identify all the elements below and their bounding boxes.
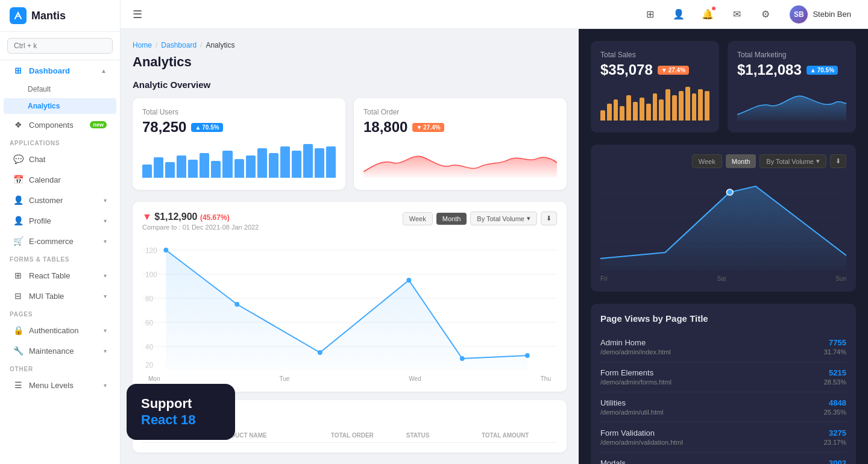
sidebar-maintenance-label: Maintenance (29, 346, 74, 356)
col-status: STATUS (406, 432, 482, 439)
section-pages-label: Pages (0, 306, 120, 320)
section-apps-label: Applications (0, 135, 120, 149)
income-line-chart: 120 100 80 60 40 20 (142, 238, 557, 371)
bar (200, 153, 209, 178)
pv-count-2: 4848 (824, 398, 846, 407)
settings-icon[interactable]: ⚙ (756, 5, 775, 24)
bar (269, 153, 278, 178)
dark-week-button[interactable]: Week (692, 154, 722, 168)
apps-icon[interactable]: ⊞ (640, 5, 659, 24)
dark-download-button[interactable]: ⬇ (830, 154, 846, 168)
sidebar-item-default[interactable]: Default (4, 81, 116, 97)
table-icon: ⊞ (13, 271, 23, 280)
bar (257, 148, 267, 178)
col-total-order: TOTAL ORDER (331, 432, 406, 439)
total-marketing-card: Total Marketing $1,12,083 ▲ 70.5% (728, 41, 856, 133)
analytic-overview-title: Analytic Overview (133, 80, 567, 90)
sales-bar-chart (600, 84, 709, 121)
pv-pct-0: 31.74% (824, 348, 846, 356)
svg-point-15 (460, 356, 465, 361)
user-menu[interactable]: SB Stebin Ben (785, 3, 856, 26)
pv-name-2: Utilities (600, 398, 664, 407)
avatar: SB (790, 5, 808, 24)
svg-point-14 (406, 278, 411, 283)
pv-path-3: /demo/admin/validation.html (600, 439, 683, 446)
pv-stats-1: 5215 28.53% (824, 368, 846, 386)
pv-info-4: Modals /demo/admin/modals.html (600, 459, 676, 464)
download-button[interactable]: ⬇ (541, 212, 557, 225)
total-sales-card: Total Sales $35,078 ▼ 27.4% (591, 41, 719, 133)
dark-volume-button[interactable]: By Total Volume ▾ (760, 154, 826, 168)
income-actions: Week Month By Total Volume ▾ ⬇ (403, 212, 557, 225)
sidebar-item-mui-table[interactable]: ⊟ MUI Table ▾ (4, 286, 116, 306)
income-info: ▼ $1,12,900 (45.67%) Compare to : 01 Dec… (142, 212, 259, 231)
maintenance-icon: 🔧 (13, 346, 23, 356)
sidebar-item-profile[interactable]: 👤 Profile ▾ (4, 211, 116, 230)
week-button[interactable]: Week (403, 212, 433, 225)
bar (154, 157, 163, 178)
pv-count-3: 3275 (824, 428, 846, 437)
sidebar-item-react-table[interactable]: ⊞ React Table ▾ (4, 266, 116, 285)
bar (659, 99, 664, 121)
pv-pct-2: 25.35% (824, 409, 846, 416)
account-icon[interactable]: 👤 (669, 5, 688, 24)
sidebar-item-menu-levels[interactable]: ☰ Menu Levels ▾ (4, 375, 116, 395)
dark-income-chart (600, 174, 846, 271)
hamburger-icon[interactable]: ☰ (133, 8, 142, 21)
total-order-value: 18,800 ▼ 27.4% (363, 119, 557, 136)
total-users-badge: ▲ 70.5% (191, 123, 222, 132)
bar (653, 93, 658, 121)
sidebar-item-authentication[interactable]: 🔒 Authentication ▾ (4, 321, 116, 340)
chevron-down-icon-7: ▾ (104, 348, 107, 354)
chevron-down-icon-6: ▾ (104, 327, 107, 334)
sidebar-profile-label: Profile (29, 216, 51, 225)
dashboard-icon: ⊞ (13, 66, 23, 75)
pv-item-2: Utilities /demo/admin/util.html 4848 25.… (600, 392, 846, 422)
analytic-cards: Total Users 78,250 ▲ 70.5% Total Order 1 (133, 98, 567, 190)
breadcrumb-home[interactable]: Home (133, 41, 152, 49)
topbar-icons: ⊞ 👤 🔔 ✉ ⚙ SB Stebin Ben (640, 3, 856, 26)
sidebar-menu-levels-label: Menu Levels (29, 381, 74, 390)
search-input[interactable] (7, 38, 113, 54)
sidebar-item-maintenance[interactable]: 🔧 Maintenance ▾ (4, 341, 116, 360)
xaxis-mon: Mon (148, 375, 160, 382)
sidebar-components-label: Components (29, 121, 74, 130)
dark-xaxis-sat: Sat (717, 275, 726, 282)
sidebar-calendar-label: Calendar (29, 175, 61, 184)
pv-count-1: 5215 (824, 368, 846, 377)
bar (672, 95, 677, 121)
breadcrumb-dashboard[interactable]: Dashboard (161, 41, 197, 49)
sidebar-item-analytics[interactable]: Analytics (4, 98, 116, 114)
main-area: ☰ ⊞ 👤 🔔 ✉ ⚙ SB Stebin Ben Home / Dashboa… (121, 0, 868, 464)
notification-bell-icon[interactable]: 🔔 (698, 5, 717, 24)
pv-info-3: Form Validation /demo/admin/validation.h… (600, 428, 683, 446)
dark-month-button[interactable]: Month (726, 154, 756, 168)
sidebar-item-customer[interactable]: 👤 Customer ▾ (4, 190, 116, 210)
chart-xaxis: Mon Tue Wed Thu (142, 375, 557, 382)
bar (620, 106, 624, 121)
notification-badge (711, 6, 716, 11)
month-button[interactable]: Month (436, 213, 467, 225)
bar (211, 161, 221, 178)
mail-icon[interactable]: ✉ (727, 5, 746, 24)
sidebar-item-components[interactable]: ❖ Components new (4, 115, 116, 134)
bar (633, 102, 638, 121)
volume-button[interactable]: By Total Volume ▾ (470, 212, 537, 225)
sidebar-item-chat[interactable]: 💬 Chat (4, 149, 116, 169)
calendar-icon: 📅 (13, 175, 23, 184)
bar (698, 89, 703, 121)
chat-icon: 💬 (13, 154, 23, 164)
pv-count-4: 3003 (824, 459, 846, 464)
sidebar-item-ecommerce[interactable]: 🛒 E-commerce ▾ (4, 231, 116, 251)
income-section: ▼ $1,12,900 (45.67%) Compare to : 01 Dec… (133, 202, 567, 392)
total-order-badge: ▼ 27.4% (412, 123, 444, 132)
mui-table-icon: ⊟ (13, 291, 23, 301)
pv-pct-1: 28.53% (824, 378, 846, 386)
sidebar-item-dashboard[interactable]: ⊞ Dashboard ▲ (4, 61, 116, 80)
svg-point-12 (234, 302, 239, 307)
bar (626, 95, 631, 121)
svg-point-13 (318, 350, 322, 355)
support-react18-popup[interactable]: Support React 18 (127, 384, 235, 440)
sidebar-item-calendar[interactable]: 📅 Calendar (4, 170, 116, 189)
bar (679, 91, 684, 121)
